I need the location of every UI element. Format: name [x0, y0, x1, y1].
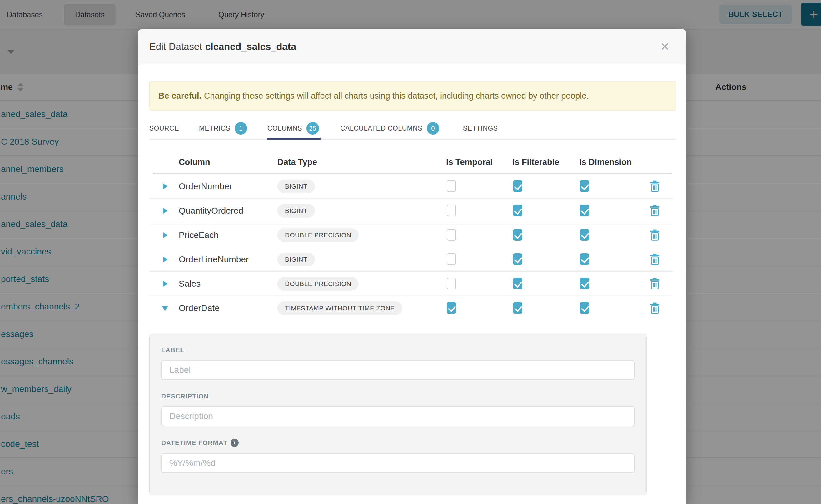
description-input[interactable]: [161, 406, 635, 426]
column-name: OrderLineNumber: [179, 247, 249, 272]
tab-columns-label: COLUMNS: [267, 125, 302, 132]
table-row: Sales DOUBLE PRECISION: [149, 272, 674, 296]
expand-caret-icon[interactable]: [163, 232, 168, 238]
is-temporal-checkbox[interactable]: [447, 205, 456, 216]
tab-metrics[interactable]: METRICS1: [199, 119, 247, 138]
columns-table: OrderNumber BIGINT QuantityOrdered BIGIN…: [149, 174, 674, 320]
is-temporal-checkbox[interactable]: [447, 278, 456, 289]
column-name: OrderNumber: [179, 174, 232, 199]
trash-icon[interactable]: [650, 278, 660, 290]
description-field-label-text: DESCRIPTION: [161, 393, 209, 400]
table-row: OrderLineNumber BIGINT: [149, 247, 674, 272]
warning-bold-text: Be careful.: [158, 91, 201, 101]
trash-icon[interactable]: [650, 229, 660, 241]
data-type-pill: TIMESTAMP WITHOUT TIME ZONE: [277, 301, 402, 315]
tabs-divider: [149, 139, 676, 140]
trash-icon[interactable]: [650, 205, 660, 217]
header-divider: [153, 173, 672, 174]
tab-columns[interactable]: COLUMNS25: [267, 119, 319, 138]
tab-settings-label: SETTINGS: [463, 125, 498, 132]
is-dimension-checkbox[interactable]: [580, 205, 589, 216]
expand-caret-icon[interactable]: [163, 256, 168, 263]
data-type-pill: BIGINT: [277, 180, 315, 193]
is-dimension-checkbox[interactable]: [580, 229, 589, 241]
is-filterable-checkbox[interactable]: [513, 229, 522, 241]
is-filterable-checkbox[interactable]: [513, 180, 522, 192]
expand-caret-icon[interactable]: [163, 183, 168, 190]
modal-title-prefix: Edit Dataset: [149, 41, 202, 52]
tab-source-label: SOURCE: [149, 125, 179, 132]
table-row: OrderNumber BIGINT: [149, 174, 674, 199]
column-name: Sales: [179, 272, 200, 296]
header-is-temporal: Is Temporal: [446, 157, 493, 167]
warning-banner: Be careful. Changing these settings will…: [149, 81, 676, 111]
is-dimension-checkbox[interactable]: [580, 302, 589, 314]
active-tab-indicator: [267, 138, 320, 140]
tab-calculated-columns-label: CALCULATED COLUMNS: [340, 125, 423, 132]
is-filterable-checkbox[interactable]: [513, 302, 522, 314]
screen: Databases Datasets Saved Queries Query H…: [0, 0, 821, 504]
is-dimension-checkbox[interactable]: [580, 278, 589, 289]
data-type-pill: DOUBLE PRECISION: [277, 228, 358, 242]
datetime-format-label-text: DATETIME FORMAT: [161, 439, 227, 447]
modal-header: Edit Dataset cleaned_sales_data ✕: [138, 29, 686, 64]
is-temporal-checkbox[interactable]: [447, 229, 456, 241]
trash-icon[interactable]: [650, 254, 660, 265]
columns-count-badge: 25: [306, 122, 319, 135]
modal-title-dataset-name: cleaned_sales_data: [205, 41, 296, 52]
data-type-pill: DOUBLE PRECISION: [277, 277, 358, 291]
table-row: QuantityOrdered BIGINT: [149, 199, 674, 223]
edit-dataset-modal: Edit Dataset cleaned_sales_data ✕ Be car…: [138, 29, 686, 504]
header-data-type: Data Type: [277, 157, 317, 167]
is-temporal-checkbox[interactable]: [447, 302, 456, 314]
tab-source[interactable]: SOURCE: [149, 119, 179, 138]
collapse-caret-icon[interactable]: [162, 306, 168, 311]
column-name: QuantityOrdered: [179, 199, 243, 223]
description-field-label: DESCRIPTION: [161, 393, 635, 400]
header-column: Column: [179, 157, 210, 167]
columns-table-header: Column Data Type Is Temporal Is Filterab…: [149, 153, 674, 172]
label-field-label-text: LABEL: [161, 346, 184, 354]
data-type-pill: BIGINT: [277, 253, 315, 266]
header-is-dimension: Is Dimension: [579, 157, 632, 167]
is-filterable-checkbox[interactable]: [513, 205, 522, 216]
table-row-expanded: OrderDate TIMESTAMP WITHOUT TIME ZONE: [149, 296, 674, 320]
trash-icon[interactable]: [650, 180, 660, 192]
column-name: OrderDate: [179, 296, 220, 320]
info-icon[interactable]: i: [230, 439, 239, 447]
tab-settings[interactable]: SETTINGS: [463, 119, 498, 138]
expand-caret-icon[interactable]: [163, 208, 168, 214]
calculated-columns-count-badge: 0: [427, 122, 439, 135]
datetime-format-field-label: DATETIME FORMAT i: [161, 439, 635, 447]
column-detail-panel: LABEL DESCRIPTION DATETIME FORMAT i: [149, 334, 647, 495]
close-icon[interactable]: ✕: [657, 39, 673, 55]
label-field-label: LABEL: [161, 346, 635, 354]
is-temporal-checkbox[interactable]: [447, 180, 456, 192]
is-filterable-checkbox[interactable]: [513, 253, 522, 265]
table-row: PriceEach DOUBLE PRECISION: [149, 223, 674, 247]
is-dimension-checkbox[interactable]: [580, 180, 589, 192]
label-input[interactable]: [161, 360, 635, 380]
is-dimension-checkbox[interactable]: [580, 253, 589, 265]
modal-title: Edit Dataset cleaned_sales_data: [149, 29, 296, 64]
header-is-filterable: Is Filterable: [512, 157, 559, 167]
tab-calculated-columns[interactable]: CALCULATED COLUMNS0: [340, 119, 439, 138]
trash-icon[interactable]: [650, 302, 660, 314]
metrics-count-badge: 1: [235, 122, 247, 135]
is-filterable-checkbox[interactable]: [513, 278, 522, 289]
datetime-format-input[interactable]: [161, 453, 635, 473]
expand-caret-icon[interactable]: [163, 281, 168, 287]
tab-metrics-label: METRICS: [199, 125, 230, 132]
is-temporal-checkbox[interactable]: [447, 253, 456, 265]
column-name: PriceEach: [179, 223, 219, 247]
warning-text: Changing these settings will affect all …: [204, 91, 589, 101]
data-type-pill: BIGINT: [277, 204, 315, 218]
